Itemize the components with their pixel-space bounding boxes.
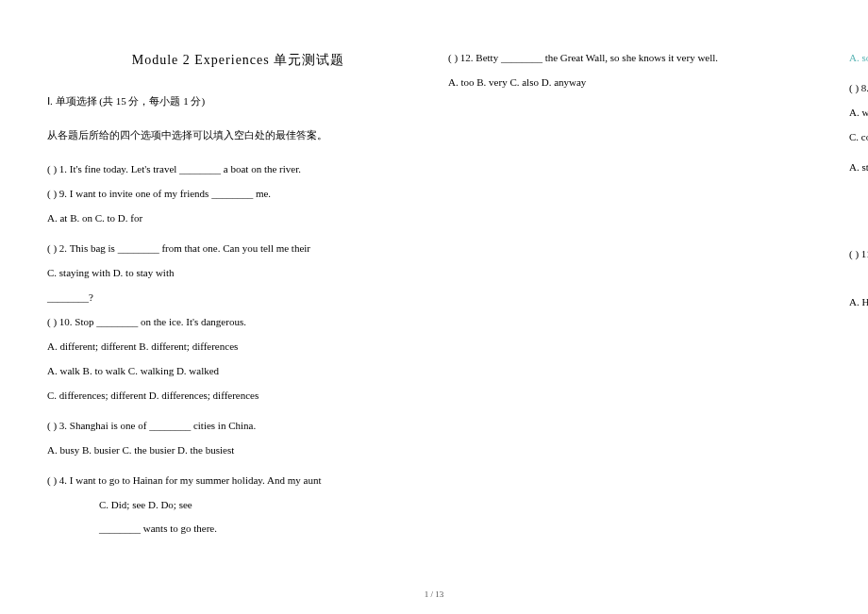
question-10: ( ) 10. Stop ________ on the ice. It's d… xyxy=(47,311,429,332)
question-10-options: A. walk B. to walk C. walking D. walked xyxy=(47,360,429,381)
question-12: ( ) 12. Betty ________ the Great Wall, s… xyxy=(448,47,830,68)
question-4-options: A. too B. very C. also D. anyway xyxy=(448,72,830,92)
question-9-options-1: A. staying at B. to stay at xyxy=(849,157,868,177)
question-11-options-1: A. Have; seen B. Has; seen xyxy=(849,291,868,312)
question-4-b: ________ wants to go there. xyxy=(47,518,429,539)
question-7-options: A. sounds B. looks C. smells D. tastes xyxy=(849,47,868,68)
question-11-options-2: C. Did; see D. Do; see xyxy=(47,494,429,515)
question-8: ( ) 8. The Spring Festival is coming. Mo… xyxy=(849,77,868,98)
question-2: ( ) 2. This bag is ________ from that on… xyxy=(47,238,429,258)
section-heading: Ⅰ. 单项选择 (共 15 分，每小题 1 分) xyxy=(47,91,429,111)
question-8-options-1: A. worrying about B. thinking of xyxy=(849,102,868,123)
section-intro: 从各题后所给的四个选项中选择可以填入空白处的最佳答案。 xyxy=(47,124,429,145)
question-2-options-2: C. differences; different D. differences… xyxy=(47,385,429,406)
question-2-options-1: A. different; different B. different; di… xyxy=(47,336,429,357)
question-2-b: ________? xyxy=(47,287,429,307)
question-1: ( ) 1. It's fine today. Let's travel ___… xyxy=(47,158,429,179)
question-11-b: —Yes, I have. xyxy=(849,268,868,289)
question-9-options-2: C. staying with D. to stay with xyxy=(47,262,429,283)
question-11: ( ) 11. —________ you ________ the movie… xyxy=(849,243,868,264)
document-page: Module 2 Experiences 单元测试题 Ⅰ. 单项选择 (共 15… xyxy=(0,0,868,585)
question-3-options: A. busy B. busier C. the busier D. the b… xyxy=(47,440,429,460)
question-9: ( ) 9. I want to invite one of my friend… xyxy=(47,183,429,204)
document-title: Module 2 Experiences 单元测试题 xyxy=(47,47,429,74)
question-4: ( ) 4. I want to go to Hainan for my sum… xyxy=(47,470,429,490)
page-footer: 1 / 13 xyxy=(425,589,444,599)
question-1-options: A. at B. on C. to D. for xyxy=(47,207,429,228)
question-3: ( ) 3. Shanghai is one of ________ citie… xyxy=(47,415,429,436)
question-8-options-2: C. counting down D. writing down xyxy=(849,126,868,147)
